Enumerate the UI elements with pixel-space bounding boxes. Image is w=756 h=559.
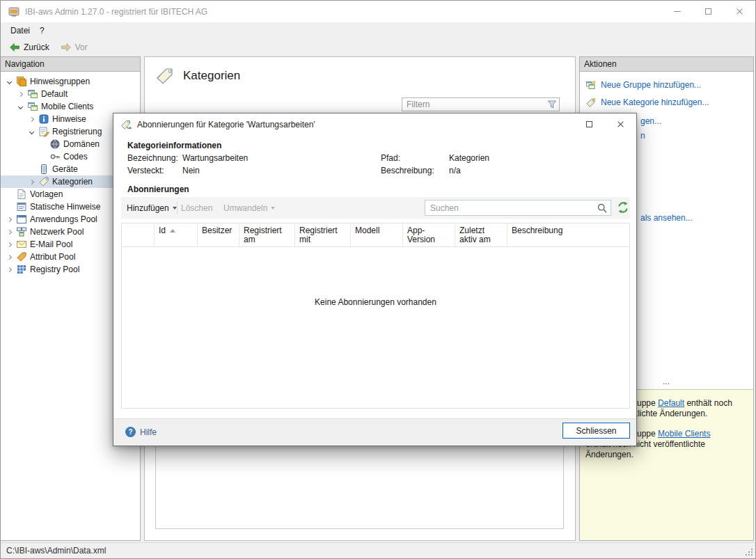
tree-item-default[interactable]: Default [1,88,140,100]
chevron-right-icon[interactable] [6,229,11,234]
tree-item-label: Statische Hinweise [30,202,104,212]
action-links: Neue Gruppe hinzufügen... Neue Kategorie… [580,76,753,111]
dialog-title: Abonnierungen für Kategorie 'Wartungsarb… [137,120,315,129]
schliessen-button[interactable]: Schliessen [562,423,630,439]
back-button[interactable]: Zurück [6,40,52,54]
back-arrow-icon [9,42,20,53]
empty-table-message: Keine Abonnierungen vorhanden [122,247,629,307]
beschreibung-value: n/a [449,166,461,175]
funnel-icon[interactable] [546,99,558,110]
tree-item-label: Default [41,89,72,99]
refresh-button[interactable] [617,201,629,214]
mail-pool-icon [16,239,27,250]
menubar: Datei ? [1,22,755,38]
close-icon [736,8,743,15]
device-icon [38,164,49,175]
column-header-beschreibung[interactable]: Beschreibung [507,223,629,246]
forward-button[interactable]: Vor [58,40,90,54]
column-header-besitzer[interactable]: Besitzer [198,223,239,246]
menu-datei[interactable]: Datei [6,24,35,38]
chevron-right-icon[interactable] [6,254,11,259]
chevron-down-icon[interactable] [17,104,22,109]
navigation-panel-header: Navigation [1,57,140,72]
chevron-right-icon[interactable] [6,242,11,246]
window-title: IBI-aws Admin 1.27.0 - registriert für I… [25,7,207,17]
occluded-action-link-fragment-2[interactable]: n [640,131,645,141]
tree-item-label: Attribut Pool [30,252,79,262]
tree-item-label: Domänen [63,139,104,149]
column-header-label: Registriert am [244,226,290,244]
column-header-id[interactable]: Id [155,223,198,246]
group-icon [27,88,38,100]
filter-input[interactable] [402,100,546,109]
tree-item-label: Codes [63,152,92,162]
occluded-action-link-fragment-1[interactable]: gen... [640,116,661,126]
occluded-action-link-fragment-3[interactable]: als ansehen... [640,213,693,223]
hinzufuegen-label: Hinzufügen [127,203,169,213]
dialog-tag-icon [120,119,132,130]
dialog-maximize-button[interactable] [574,113,605,135]
umwandeln-label: Umwandeln [223,203,267,213]
chevron-right-icon[interactable] [6,267,11,271]
tree-item-mobile-clients[interactable]: Mobile Clients [1,100,140,113]
tree-item-label: E-Mail Pool [30,239,77,249]
default-group-link[interactable]: Default [658,398,684,408]
static-notice-icon [16,201,27,212]
column-header-app-version[interactable]: App-Version [403,223,455,246]
column-header-registriert-mit[interactable]: Registriert mit [295,223,351,246]
chevron-down-icon[interactable] [29,129,33,134]
beschreibung-label: Beschreibung: [381,166,434,175]
umwandeln-button[interactable]: Umwandeln [218,197,281,219]
loeschen-button[interactable]: Löschen [175,197,218,219]
column-header-label: Beschreibung [512,226,562,235]
actions-panel-header: Aktionen [580,57,753,72]
chevron-right-icon[interactable] [29,179,33,184]
minimize-button[interactable] [661,1,693,22]
tree-item-label: Hinweise [52,114,90,124]
help-button[interactable]: Hilfe [125,427,157,437]
chevron-right-icon[interactable] [17,91,22,96]
tree-item-label: Mobile Clients [41,102,97,111]
app-icon [8,6,19,17]
action-neue-gruppe-hinzufuegen[interactable]: Neue Gruppe hinzufügen... [580,76,753,93]
content-header: Kategorien [155,66,240,86]
app-pool-icon [16,214,27,225]
mobile-clients-group-link[interactable]: Mobile Clients [658,429,710,439]
notice-icon [38,113,49,125]
page-title: Kategorien [183,69,240,83]
chevron-right-icon[interactable] [6,216,11,221]
tree-item-hinweisgruppen[interactable]: Hinweisgruppen [1,75,140,88]
pfad-value: Kategorien [449,153,489,163]
titlebar: IBI-aws Admin 1.27.0 - registriert für I… [1,1,755,22]
column-header-selector[interactable] [122,223,155,246]
chevron-right-icon[interactable] [29,116,33,121]
tree-item-label: Registry Pool [30,265,84,274]
section-header-kategorie-informationen: Kategorieinformationen [127,141,221,150]
action-neue-kategorie-hinzufuegen[interactable]: Neue Kategorie hinzufügen... [580,93,753,111]
dialog-close-button[interactable] [605,113,636,135]
new-category-icon [585,97,597,108]
back-label: Zurück [24,42,49,52]
dialog-window-controls [574,113,636,135]
column-header-modell[interactable]: Modell [351,223,403,246]
tree-item-label: Hinweisgruppen [30,77,94,86]
section-header-abonnierungen: Abonnierungen [127,184,189,194]
data-file-path: C:\IBI-aws\Admin\Data.xml [6,546,106,556]
subscriptions-toolbar: Hinzufügen Löschen Umwandeln [121,197,630,219]
action-link-label: Neue Gruppe hinzufügen... [601,80,701,90]
tree-item-label: Netzwerk Pool [30,227,88,237]
search-input[interactable] [425,200,611,215]
chevron-down-icon[interactable] [6,79,11,84]
column-header-registriert-am[interactable]: Registriert am [239,223,295,246]
close-button[interactable] [724,1,755,22]
tag-icon [38,176,49,187]
menu-help[interactable]: ? [35,24,49,38]
maximize-button[interactable] [693,1,724,22]
column-header-label: Modell [355,226,379,235]
new-group-icon [585,79,597,90]
resize-grip-icon[interactable] [746,549,753,556]
chevron-down-icon [271,207,275,210]
column-header-zuletzt-aktiv-am[interactable]: Zuletzt aktiv am [455,223,507,246]
hinzufuegen-button[interactable]: Hinzufügen [121,197,182,219]
close-icon [617,120,624,128]
